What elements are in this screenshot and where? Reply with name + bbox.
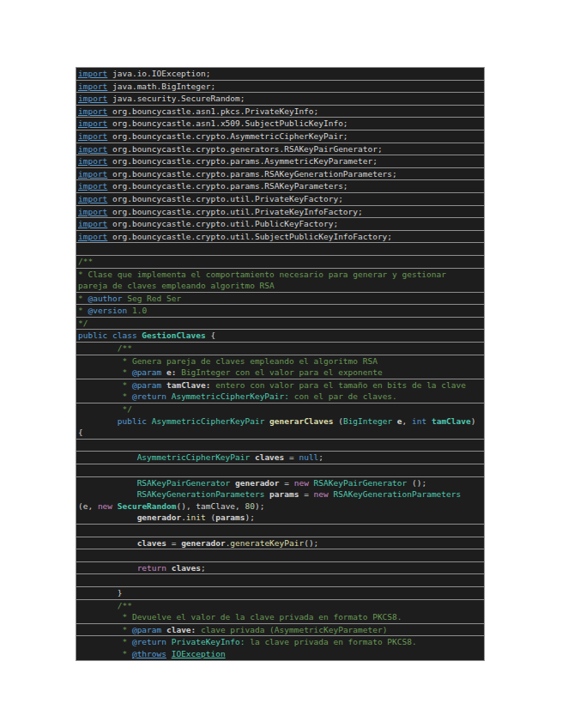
code-token: * (78, 391, 132, 401)
code-token: ) (471, 416, 476, 426)
code-token: org.bouncycastle.asn1.x509.SubjectPublic… (107, 118, 347, 128)
code-line (78, 525, 484, 537)
code-token: import (78, 207, 107, 216)
code-token: org.bouncycastle.crypto.util.SubjectPubl… (107, 232, 392, 241)
code-line: import org.bouncycastle.crypto.util.Subj… (78, 231, 484, 243)
code-token: ); (245, 513, 255, 522)
code-token: * Genera pareja de claves empleando el a… (78, 356, 378, 366)
code-line-box: /** (76, 255, 485, 269)
code-token: } (78, 588, 122, 598)
code-token: org.bouncycastle.crypto.generators.RSAKe… (107, 144, 382, 154)
code-token: pareja de claves empleando algoritmo RSA (78, 281, 275, 290)
code-line: * Genera pareja de claves empleando el a… (78, 355, 484, 367)
code-line: import org.bouncycastle.asn1.pkcs.Privat… (78, 106, 484, 118)
code-line: * @author Seg Red Ser (78, 293, 484, 305)
code-token: org.bouncycastle.crypto.params.RSAKeyPar… (107, 181, 347, 191)
code-token: , (402, 416, 412, 426)
code-token: @throws (132, 649, 166, 658)
code-token (78, 489, 137, 499)
code-token: * (78, 306, 88, 315)
code-line-box: return claves; (76, 561, 485, 575)
code-line-box: public class GestionClaves { (76, 329, 485, 343)
code-token: = (284, 452, 299, 462)
code-token: RSAKeyGenerationParameters (137, 489, 265, 499)
code-line: * @param e: BigInteger con el valor para… (78, 367, 484, 379)
code-token: (); (407, 478, 426, 488)
code-line-box: import java.io.IOException; (76, 67, 485, 81)
code-token (78, 416, 118, 426)
code-token: = (280, 478, 294, 488)
code-line-box: import java.math.BigInteger; (76, 80, 485, 94)
code-token: java.math.BigInteger; (107, 82, 215, 91)
code-line: import org.bouncycastle.crypto.Asymmetri… (78, 130, 484, 143)
code-token: tamClave: (166, 380, 210, 390)
code-line-box: import org.bouncycastle.asn1.pkcs.Privat… (76, 105, 485, 118)
code-token: con el par de claves. (289, 391, 397, 401)
code-token: generador (181, 538, 225, 548)
code-line-box: import org.bouncycastle.asn1.x509.Subjec… (76, 117, 485, 130)
code-line: * @throws IOException (78, 648, 484, 660)
code-line: * Devuelve el valor de la clave privada … (78, 611, 484, 623)
code-token: generateKeyPair (230, 538, 304, 548)
code-line-box: /** * Devuelve el valor de la clave priv… (76, 599, 485, 624)
code-token: params (215, 513, 245, 522)
code-token: (e, (78, 501, 98, 511)
code-line-box (76, 524, 485, 537)
code-line: return claves; (78, 562, 484, 574)
code-token: org.bouncycastle.crypto.params.Asymmetri… (107, 156, 378, 166)
code-line: import java.io.IOException; (78, 68, 484, 80)
code-line: { (78, 427, 484, 439)
code-token: import (78, 106, 107, 116)
code-token: org.bouncycastle.crypto.params.RSAKeyGen… (107, 169, 396, 179)
code-token: org.bouncycastle.asn1.pkcs.PrivateKeyInf… (107, 106, 318, 116)
code-line-box: * @param clave: clave privada (Asymmetri… (76, 623, 485, 637)
code-line: (e, new SecureRandom(), tamClave, 80); (78, 500, 484, 513)
code-line: import java.math.BigInteger; (78, 81, 484, 93)
code-token: init (186, 513, 206, 522)
code-token: IOException (172, 649, 226, 658)
code-token: @return (132, 391, 166, 401)
code-line: import org.bouncycastle.asn1.x509.Subjec… (78, 118, 484, 130)
code-token: PrivateKeyInfo: (172, 637, 245, 646)
code-token: 80 (245, 501, 255, 511)
code-line: import org.bouncycastle.crypto.util.Publ… (78, 218, 484, 230)
code-line: generador.init (params); (78, 512, 484, 524)
code-line: import java.security.SecureRandom; (78, 93, 484, 105)
code-token: = (166, 538, 181, 548)
code-token: clave privada (AsymmetricKeyParameter) (196, 625, 387, 634)
code-line: */ (78, 318, 484, 330)
code-line: RSAKeyPairGenerator generador = new RSAK… (78, 477, 484, 489)
code-line-box: */ public AsymmetricCipherKeyPair genera… (76, 403, 485, 440)
code-token: org.bouncycastle.crypto.util.PrivateKeyF… (107, 194, 343, 203)
code-token: RSAKeyPairGenerator (314, 478, 408, 488)
code-token: public (118, 416, 152, 426)
code-token (78, 538, 137, 548)
code-token (78, 478, 137, 488)
code-line-box (76, 242, 485, 256)
code-token: params (269, 489, 299, 499)
code-line (78, 574, 484, 586)
code-token: (), tamClave, (176, 501, 245, 511)
code-token: import (78, 156, 107, 166)
code-token (78, 452, 137, 462)
code-token: SecureRandom (118, 501, 177, 511)
code-line (78, 243, 484, 255)
code-token: @param (132, 380, 161, 390)
code-line-box: * Clase que implementa el comportamiento… (76, 268, 485, 293)
code-token: AsymmetricCipherKeyPair (152, 416, 265, 426)
code-token: RSAKeyGenerationParameters (334, 489, 462, 499)
code-token: * (78, 637, 132, 646)
code-token: org.bouncycastle.crypto.util.PublicKeyFa… (107, 219, 338, 228)
code-token: clave: (166, 625, 196, 634)
code-token: new (294, 478, 309, 488)
code-line: /** (78, 600, 484, 612)
code-line: * Clase que implementa el comportamiento… (78, 269, 484, 281)
code-token: import (78, 82, 107, 91)
code-token: import (78, 181, 107, 191)
code-line: public AsymmetricCipherKeyPair generarCl… (78, 416, 484, 428)
code-token: GestionClaves (142, 331, 205, 340)
code-line: RSAKeyGenerationParameters params = new … (78, 488, 484, 500)
code-token: java.io.IOException; (107, 69, 210, 78)
code-token: ; (318, 452, 323, 462)
code-line-box: */ (76, 317, 485, 331)
